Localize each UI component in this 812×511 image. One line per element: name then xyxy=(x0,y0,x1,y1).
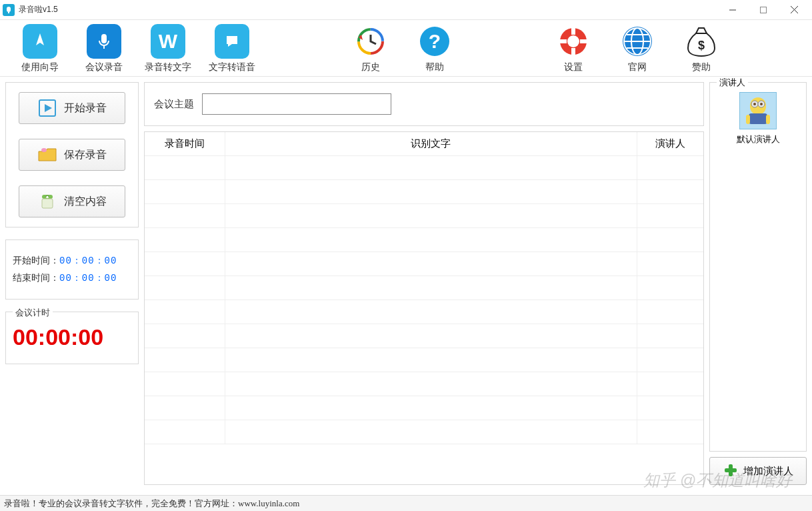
svg-point-39 xyxy=(760,103,763,105)
tool-help[interactable]: ? 帮助 xyxy=(403,24,467,73)
svg-rect-44 xyxy=(725,468,737,472)
svg-rect-20 xyxy=(559,39,567,43)
tool-meeting[interactable]: 会议录音 xyxy=(72,24,136,73)
svg-rect-21 xyxy=(580,39,588,43)
svg-point-38 xyxy=(753,103,756,105)
table-row[interactable] xyxy=(145,180,703,204)
tool-donate-label: 赞助 xyxy=(692,61,711,73)
actions-panel: 开始录音 保存录音 清空内容 xyxy=(5,82,139,227)
folder-icon xyxy=(37,145,57,165)
tool-donate[interactable]: $ 赞助 xyxy=(669,24,733,73)
table-row[interactable] xyxy=(145,252,703,276)
record-table: 录音时间 识别文字 演讲人 xyxy=(144,131,704,485)
svg-text:$: $ xyxy=(698,39,705,52)
table-row[interactable] xyxy=(145,300,703,324)
speaker-panel-label: 演讲人 xyxy=(717,77,748,89)
speaker-item[interactable]: 默认演讲人 xyxy=(732,92,784,145)
speaker-panel: 演讲人 默认演讲人 xyxy=(709,82,807,452)
save-record-label: 保存录音 xyxy=(64,148,107,162)
start-record-button[interactable]: 开始录音 xyxy=(19,92,125,124)
trash-icon xyxy=(37,191,57,211)
save-record-button[interactable]: 保存录音 xyxy=(19,139,125,171)
table-row[interactable] xyxy=(145,204,703,228)
microphone-icon xyxy=(87,24,121,59)
tool-settings[interactable]: 设置 xyxy=(541,24,605,73)
table-row[interactable] xyxy=(145,276,703,300)
globe-icon xyxy=(620,24,655,59)
titlebar: 录音啦v1.5 xyxy=(0,0,812,20)
close-button[interactable] xyxy=(779,0,809,20)
add-speaker-button[interactable]: 增加演讲人 xyxy=(709,457,807,485)
tool-rec2text[interactable]: W 录音转文字 xyxy=(136,24,200,73)
help-icon: ? xyxy=(417,24,452,59)
start-record-label: 开始录音 xyxy=(64,101,107,115)
svg-rect-41 xyxy=(746,115,750,124)
tool-guide-label: 使用向导 xyxy=(21,61,59,73)
table-row[interactable] xyxy=(145,348,703,372)
tool-help-label: 帮助 xyxy=(425,61,444,73)
svg-point-17 xyxy=(567,35,579,47)
start-time-value: 00：00：00 xyxy=(59,255,117,266)
time-panel: 开始时间：00：00：00 结束时间：00：00：00 xyxy=(5,239,139,300)
start-time-label: 开始时间： xyxy=(13,255,59,266)
tool-text2speech-label: 文字转语音 xyxy=(209,61,255,73)
tool-guide[interactable]: 使用向导 xyxy=(8,24,72,73)
tool-website-label: 官网 xyxy=(628,61,647,73)
table-row[interactable] xyxy=(145,396,703,420)
tool-meeting-label: 会议录音 xyxy=(85,61,123,73)
svg-rect-1 xyxy=(8,12,9,13)
compass-icon xyxy=(23,24,57,59)
clear-button[interactable]: 清空内容 xyxy=(19,185,125,217)
svg-marker-6 xyxy=(36,33,44,45)
end-time-label: 结束时间： xyxy=(13,272,59,283)
speaker-name: 默认演讲人 xyxy=(737,133,780,145)
tool-text2speech[interactable]: 文字转语音 xyxy=(200,24,264,73)
table-row[interactable] xyxy=(145,156,703,180)
history-icon xyxy=(353,24,388,59)
add-speaker-label: 增加演讲人 xyxy=(743,465,793,478)
svg-marker-30 xyxy=(45,104,52,112)
svg-rect-18 xyxy=(571,27,575,35)
tool-website[interactable]: 官网 xyxy=(605,24,669,73)
table-row[interactable] xyxy=(145,228,703,252)
maximize-button[interactable] xyxy=(748,0,779,20)
col-speaker: 演讲人 xyxy=(637,132,703,156)
table-row[interactable] xyxy=(145,372,703,396)
topic-panel: 会议主题 xyxy=(144,82,704,126)
topic-input[interactable] xyxy=(202,93,391,115)
end-time-value: 00：00：00 xyxy=(59,273,117,284)
svg-text:?: ? xyxy=(429,30,441,52)
toolbar: 使用向导 会议录音 W 录音转文字 文字转语音 历史 ? 帮助 设置 官网 $ … xyxy=(0,20,812,77)
topic-label: 会议主题 xyxy=(154,98,194,111)
timer-label: 会议计时 xyxy=(13,307,53,319)
svg-rect-33 xyxy=(42,199,53,208)
window-title: 录音啦v1.5 xyxy=(19,4,717,15)
svg-rect-42 xyxy=(766,115,770,124)
money-bag-icon: $ xyxy=(684,24,719,59)
plus-icon xyxy=(723,463,738,480)
table-row[interactable] xyxy=(145,324,703,348)
table-row[interactable] xyxy=(145,420,703,444)
tool-history-label: 历史 xyxy=(361,61,380,73)
avatar xyxy=(739,92,777,129)
svg-rect-40 xyxy=(749,113,767,124)
svg-rect-7 xyxy=(101,34,107,43)
svg-rect-0 xyxy=(7,7,11,12)
w-icon: W xyxy=(151,24,185,59)
lifebuoy-icon xyxy=(556,24,591,59)
speech-icon xyxy=(215,24,249,59)
svg-rect-19 xyxy=(571,48,575,56)
app-icon xyxy=(3,4,15,16)
timer-value: 00:00:00 xyxy=(13,324,131,350)
svg-rect-3 xyxy=(761,7,767,13)
tool-rec2text-label: 录音转文字 xyxy=(145,61,191,73)
tool-history[interactable]: 历史 xyxy=(339,24,403,73)
col-time: 录音时间 xyxy=(145,132,225,156)
play-icon xyxy=(37,98,57,118)
clear-label: 清空内容 xyxy=(64,195,107,209)
col-text: 识别文字 xyxy=(225,132,637,156)
svg-point-31 xyxy=(41,148,47,152)
minimize-button[interactable] xyxy=(717,0,748,20)
statusbar: 录音啦！专业的会议录音转文字软件，完全免费！官方网址：www.luyinla.c… xyxy=(0,495,812,511)
tool-settings-label: 设置 xyxy=(564,61,583,73)
